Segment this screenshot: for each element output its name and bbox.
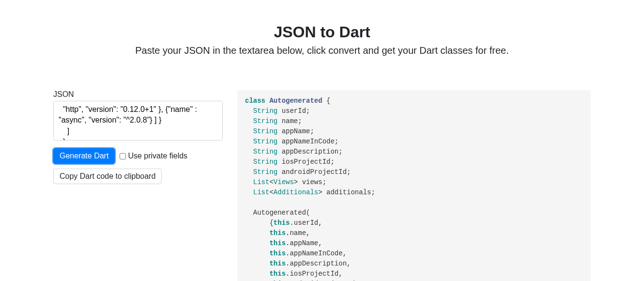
private-fields-wrap[interactable]: Use private fields [120,152,187,160]
json-label: JSON [53,90,223,99]
json-input[interactable] [53,101,223,140]
page-subtitle: Paste your JSON in the textarea below, c… [53,45,591,56]
copy-button[interactable]: Copy Dart code to clipboard [53,169,162,184]
private-fields-checkbox[interactable] [120,153,126,159]
code-output: class Autogenerated { String userId; Str… [237,90,591,281]
private-fields-label: Use private fields [128,152,187,160]
page-title: JSON to Dart [53,23,591,41]
generate-button[interactable]: Generate Dart [53,148,115,164]
